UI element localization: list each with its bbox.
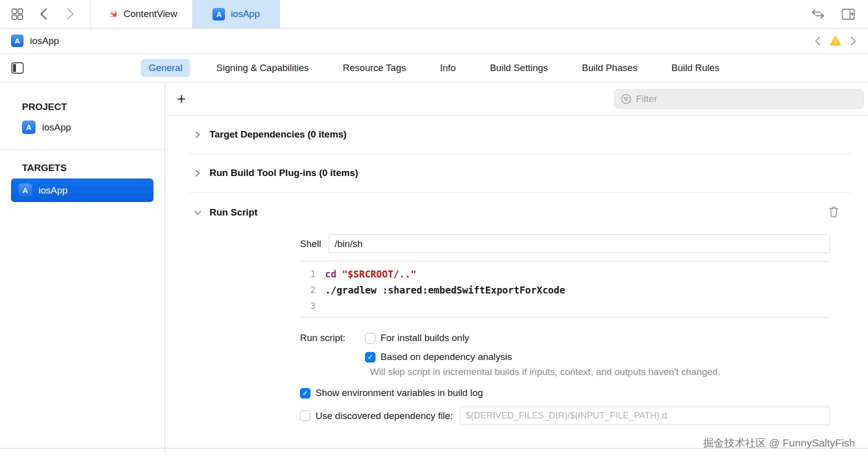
filter-field[interactable] — [614, 89, 864, 109]
shell-input[interactable] — [328, 234, 830, 253]
xcode-window: ContentView iosApp — [0, 0, 868, 457]
build-phases-content: + Target Dependencies (0 items) — [165, 82, 868, 452]
dependency-analysis-checkbox[interactable] — [365, 352, 376, 362]
line-number: 1 — [300, 266, 325, 282]
editor-tab-bar: ContentView iosApp — [0, 0, 868, 28]
sidebar-divider — [0, 149, 164, 150]
tab-build-rules[interactable]: Build Rules — [664, 59, 727, 77]
chevron-right-icon — [194, 131, 205, 138]
svg-text:!: ! — [834, 38, 836, 44]
tab-build-settings[interactable]: Build Settings — [482, 59, 556, 77]
warning-icon[interactable]: ! — [830, 36, 842, 46]
sidebar-item-project-iosapp[interactable]: iosApp — [0, 112, 164, 142]
project-header: PROJECT — [0, 102, 164, 112]
tab-signing-capabilities[interactable]: Signing & Capabilities — [209, 59, 316, 77]
for-install-builds-checkbox[interactable] — [365, 333, 376, 344]
show-env-row: Show environment variables in build log — [300, 388, 830, 398]
code-string: "$SRCROOT/.." — [342, 268, 416, 280]
tab-general[interactable]: General — [141, 59, 190, 77]
previous-issue-chevron-icon[interactable] — [814, 36, 822, 46]
jump-bar: iosApp ! — [0, 28, 868, 54]
sidebar-item-target-iosapp[interactable]: iosApp — [11, 178, 154, 202]
delete-phase-trash-icon[interactable] — [828, 206, 839, 219]
dependency-analysis-note: Will skip script in incremental builds i… — [370, 366, 830, 378]
section-target-dependencies[interactable]: Target Dependencies (0 items) — [165, 116, 868, 154]
for-install-builds-label: For install builds only — [380, 332, 469, 344]
tab-info[interactable]: Info — [432, 59, 464, 77]
add-editor-icon[interactable] — [842, 8, 855, 20]
section-run-build-tool-plugins[interactable]: Run Build Tool Plug-ins (0 items) — [165, 154, 868, 192]
tab-contentview[interactable]: ContentView — [90, 0, 192, 28]
filter-input[interactable] — [636, 94, 858, 104]
app-target-icon — [22, 120, 36, 134]
filter-icon — [620, 94, 632, 104]
tab-resource-tags[interactable]: Resource Tags — [336, 59, 414, 77]
add-build-phase-button[interactable]: + — [177, 92, 186, 106]
dep-file-input[interactable] — [460, 406, 830, 425]
show-env-label: Show environment variables in build log — [316, 388, 483, 398]
sidebar-project-label: iosApp — [42, 122, 71, 133]
related-items-grid-icon[interactable] — [11, 8, 24, 20]
dep-file-row: Use discovered dependency file: — [300, 406, 830, 425]
tab-iosapp-label: iosApp — [230, 8, 260, 20]
targets-header: TARGETS — [0, 162, 164, 174]
section-title: Run Script — [210, 207, 258, 218]
dependency-analysis-label: Based on dependency analysis — [380, 352, 512, 362]
section-title: Target Dependencies (0 items) — [210, 129, 346, 140]
app-target-icon — [11, 34, 24, 47]
script-line: 2 ./gradlew :shared:embedSwiftExportForX… — [300, 282, 830, 298]
tab-build-phases[interactable]: Build Phases — [574, 59, 645, 77]
script-editor[interactable]: 1 cd"$SRCROOT/.." 2 ./gradlew :shared:em… — [300, 261, 830, 318]
app-target-icon — [18, 184, 32, 197]
dep-file-checkbox[interactable] — [300, 410, 310, 421]
section-title: Run Build Tool Plug-ins (0 items) — [210, 168, 358, 178]
code-plain: ./gradlew :shared:embedSwiftExportForXco… — [325, 282, 565, 298]
code-review-icon[interactable] — [812, 9, 824, 19]
project-targets-sidebar: PROJECT iosApp TARGETS iosApp — [0, 82, 165, 452]
script-line: 3 — [300, 298, 830, 314]
chevron-down-icon — [194, 209, 205, 216]
line-number: 2 — [300, 282, 325, 298]
run-script-options-row: Run script: For install builds only — [300, 332, 830, 344]
tab-contentview-label: ContentView — [124, 8, 177, 20]
line-number: 3 — [300, 298, 325, 314]
swift-file-icon — [106, 8, 118, 20]
sidebar-toggle-icon[interactable] — [11, 62, 24, 74]
dep-file-label: Use discovered dependency file: — [316, 410, 453, 422]
back-chevron-icon[interactable] — [38, 8, 50, 20]
code-keyword: cd — [325, 268, 336, 280]
run-script-details: Shell 1 cd"$SRCROOT/.." 2 ./gradlew :sha… — [300, 234, 830, 425]
show-env-checkbox[interactable] — [300, 388, 310, 398]
app-target-icon — [212, 8, 225, 20]
jumpbar-title[interactable]: iosApp — [30, 36, 59, 46]
section-run-script[interactable]: Run Script — [165, 192, 868, 232]
shell-label: Shell — [300, 238, 321, 250]
tab-iosapp[interactable]: iosApp — [192, 0, 280, 28]
window-bottom-edge — [0, 448, 868, 448]
next-issue-chevron-icon[interactable] — [849, 36, 857, 46]
target-editor-tabs: General Signing & Capabilities Resource … — [0, 54, 868, 82]
run-script-label: Run script: — [300, 332, 365, 344]
content-toolbar: + — [165, 82, 868, 116]
sidebar-target-label: iosApp — [38, 185, 68, 196]
chevron-right-icon — [194, 170, 205, 177]
script-line: 1 cd"$SRCROOT/.." — [300, 266, 830, 282]
forward-chevron-icon[interactable] — [64, 8, 76, 20]
dependency-analysis-row: Based on dependency analysis — [365, 352, 830, 362]
